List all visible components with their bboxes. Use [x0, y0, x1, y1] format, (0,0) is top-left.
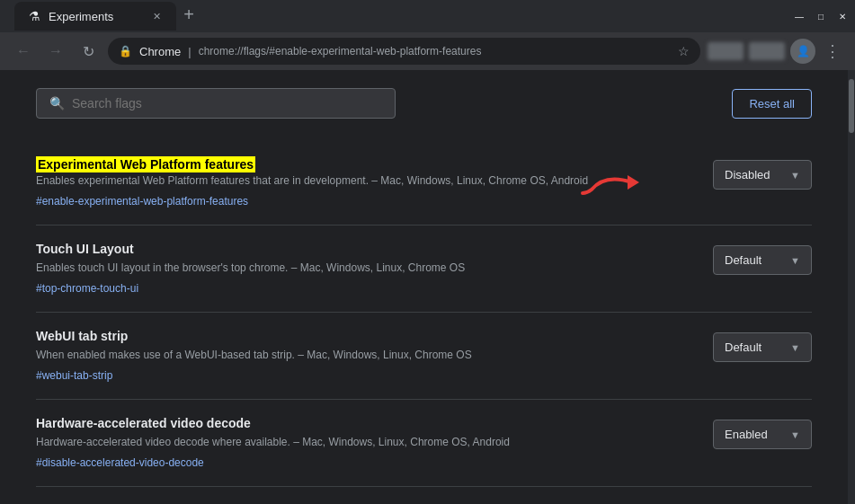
- lock-icon: 🔒: [119, 45, 132, 57]
- tab-title: Experiments: [49, 10, 113, 23]
- feature-control: Disabled ▼: [713, 160, 812, 190]
- feature-title: Touch UI Layout: [36, 242, 699, 256]
- chevron-down-icon: ▼: [790, 170, 800, 181]
- feature-item: Experimental Web Platform features Enabl…: [36, 140, 812, 225]
- more-menu-button[interactable]: ⋮: [821, 38, 844, 65]
- feature-item: Hardware-accelerated video decode Hardwa…: [36, 400, 812, 487]
- profile-button[interactable]: 👤: [790, 39, 815, 64]
- feature-title-highlighted: Experimental Web Platform features: [36, 156, 255, 172]
- feature-description: Hardware-accelerated video decode where …: [36, 434, 699, 450]
- search-bar: 🔍 Reset all: [36, 88, 812, 119]
- forward-button[interactable]: →: [43, 39, 68, 64]
- feature-link[interactable]: #top-chrome-touch-ui: [36, 282, 138, 295]
- search-icon: 🔍: [49, 96, 65, 111]
- feature-description: Enables touch UI layout in the browser's…: [36, 260, 699, 276]
- address-chrome-label: Chrome: [139, 45, 181, 58]
- tab-close-button[interactable]: ✕: [149, 9, 164, 23]
- feature-item: Touch UI Layout Enables touch UI layout …: [36, 225, 812, 313]
- reset-all-button[interactable]: Reset all: [732, 89, 812, 119]
- minimize-button[interactable]: —: [794, 11, 805, 22]
- features-list: Experimental Web Platform features Enabl…: [36, 140, 812, 487]
- red-arrow-icon: [578, 164, 650, 200]
- maximize-button[interactable]: □: [815, 11, 826, 22]
- search-input-wrapper[interactable]: 🔍: [36, 88, 396, 119]
- profile-info-blurred: [708, 42, 744, 60]
- flags-content: 🔍 Reset all Experimental Web Platform fe…: [0, 70, 848, 504]
- close-button[interactable]: ✕: [837, 11, 848, 22]
- profile-area: 👤 ⋮: [708, 38, 844, 65]
- feature-control: Default ▼: [713, 332, 812, 362]
- scrollbar-thumb: [849, 79, 854, 133]
- refresh-button[interactable]: ↻: [76, 39, 101, 64]
- feature-control: Default ▼: [713, 245, 812, 275]
- scrollbar[interactable]: [848, 70, 855, 504]
- new-tab-button[interactable]: +: [176, 2, 201, 27]
- feature-control: Enabled ▼: [713, 420, 812, 449]
- bookmark-icon[interactable]: ☆: [678, 44, 690, 58]
- navigation-bar: ← → ↻ 🔒 Chrome | chrome://flags/#enable-…: [0, 32, 855, 70]
- feature-link[interactable]: #disable-accelerated-video-decode: [36, 456, 204, 469]
- feature-info: Hardware-accelerated video decode Hardwa…: [36, 416, 699, 470]
- feature-title: WebUI tab strip: [36, 329, 699, 343]
- address-separator: |: [188, 45, 191, 58]
- title-bar: ⚗ Experiments ✕ + — □ ✕: [0, 0, 855, 32]
- feature-dropdown[interactable]: Enabled ▼: [713, 420, 812, 449]
- address-url: chrome://flags/#enable-experimental-web-…: [199, 45, 482, 57]
- feature-info: WebUI tab strip When enabled makes use o…: [36, 329, 699, 383]
- feature-link[interactable]: #webui-tab-strip: [36, 369, 112, 382]
- dropdown-value: Enabled: [725, 428, 768, 441]
- tab-favicon: ⚗: [27, 9, 41, 23]
- profile-info-blurred-2: [749, 42, 785, 60]
- feature-dropdown[interactable]: Default ▼: [713, 245, 812, 275]
- feature-description: When enabled makes use of a WebUI-based …: [36, 347, 699, 363]
- feature-dropdown[interactable]: Disabled ▼: [713, 160, 812, 190]
- chevron-down-icon: ▼: [790, 429, 800, 440]
- chevron-down-icon: ▼: [790, 342, 800, 353]
- feature-title: Hardware-accelerated video decode: [36, 416, 699, 430]
- feature-dropdown[interactable]: Default ▼: [713, 332, 812, 362]
- dropdown-value: Disabled: [725, 168, 770, 181]
- dropdown-value: Default: [725, 340, 761, 354]
- address-bar[interactable]: 🔒 Chrome | chrome://flags/#enable-experi…: [108, 38, 700, 65]
- svg-marker-0: [628, 175, 639, 190]
- active-tab[interactable]: ⚗ Experiments ✕: [14, 2, 176, 31]
- feature-link[interactable]: #enable-experimental-web-platform-featur…: [36, 195, 248, 208]
- search-input[interactable]: [72, 96, 382, 111]
- back-button[interactable]: ←: [11, 39, 36, 64]
- window-controls: — □ ✕: [794, 11, 848, 22]
- chevron-down-icon: ▼: [790, 255, 800, 266]
- feature-info: Touch UI Layout Enables touch UI layout …: [36, 242, 699, 296]
- main-content: 🔍 Reset all Experimental Web Platform fe…: [0, 70, 855, 504]
- feature-item: WebUI tab strip When enabled makes use o…: [36, 313, 812, 400]
- dropdown-value: Default: [725, 253, 761, 267]
